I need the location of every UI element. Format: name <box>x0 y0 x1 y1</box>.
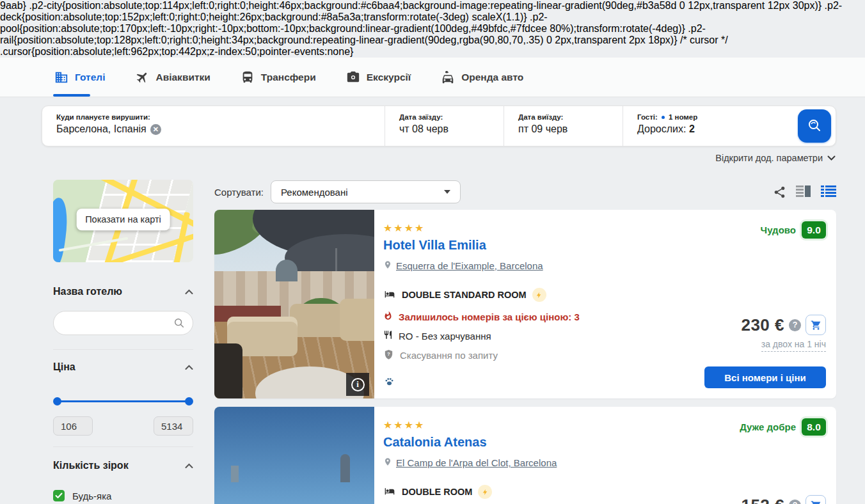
checkout-label: Дата виїзду: <box>518 113 616 121</box>
divider <box>53 446 193 447</box>
star-option-any-label: Будь-яка <box>72 491 111 501</box>
price-min-input[interactable] <box>53 416 93 436</box>
car-icon <box>441 70 455 84</box>
hotel-name-search-input[interactable] <box>53 311 193 335</box>
tab-hotels-label: Готелі <box>75 72 105 83</box>
tab-hotels[interactable]: Готелі <box>54 58 105 97</box>
show-on-map-button[interactable]: Показати на карті <box>76 209 170 230</box>
tab-car-rental-label: Оренда авто <box>461 72 523 83</box>
tab-excursions-label: Екскурсії <box>367 72 411 83</box>
checkbox-checked-icon[interactable] <box>53 490 65 501</box>
tab-flights[interactable]: Авіаквитки <box>135 58 210 97</box>
hotel-location-link[interactable]: El Camp de l'Arpa del Clot, Barcelona <box>396 457 557 468</box>
price-value: 230 € <box>741 315 784 335</box>
slider-knob-min[interactable] <box>53 397 61 406</box>
rating-score-badge: 9.0 <box>802 221 826 239</box>
checkin-field[interactable]: Дата заїзду: чт 08 черв <box>385 106 504 146</box>
photo-skyscraper <box>290 468 296 482</box>
hotel-name-link[interactable]: Catalonia Atenas <box>383 435 669 450</box>
price-help-icon[interactable]: ? <box>789 319 801 331</box>
list-view-icon[interactable] <box>821 185 836 199</box>
dropdown-caret-icon <box>444 190 450 194</box>
photo-skyscraper <box>231 466 239 482</box>
grid-view-icon[interactable] <box>796 185 811 199</box>
search-bar: Куди плануєте вирушити: Барселона, Іспан… <box>42 106 836 146</box>
airplane-icon <box>135 70 149 84</box>
dot-separator <box>662 116 665 119</box>
hotel-photo[interactable]: i <box>214 407 374 504</box>
clear-destination-icon[interactable]: ✕ <box>150 124 161 135</box>
photo-pot <box>214 343 242 398</box>
share-icon[interactable] <box>773 185 786 199</box>
checkin-label: Дата заїзду: <box>399 113 497 121</box>
location-pin-icon <box>383 259 392 272</box>
sort-label: Сортувати: <box>214 187 264 198</box>
hotel-card: i ★★★★ Hotel Villa Emilia Esquerra de l'… <box>214 210 836 398</box>
price-max-input[interactable] <box>154 416 193 436</box>
slider-knob-max[interactable] <box>185 397 193 406</box>
camera-icon <box>346 70 360 84</box>
fire-icon <box>383 310 393 323</box>
photo-sofa <box>340 299 374 341</box>
svg-text:?: ? <box>387 351 390 357</box>
hotel-name-link[interactable]: Hotel Villa Emilia <box>383 238 669 253</box>
bus-icon <box>241 70 255 84</box>
price-note-link[interactable]: за двох на 1 ніч <box>761 339 826 352</box>
search-icon <box>807 118 822 135</box>
price-help-icon[interactable]: ? <box>789 500 801 504</box>
room-type: DOUBLE STANDARD ROOM <box>402 290 527 300</box>
guests-field[interactable]: Гості: 1 номер Дорослих: 2 <box>623 106 793 146</box>
bed-icon <box>383 486 396 498</box>
add-to-cart-button[interactable] <box>805 315 826 335</box>
destination-field[interactable]: Куди плануєте вирушити: Барселона, Іспан… <box>42 106 385 146</box>
chevron-up-icon[interactable] <box>185 286 193 297</box>
hotel-stars: ★★★★ <box>383 223 669 233</box>
hotel-photo[interactable]: i <box>214 210 374 398</box>
search-button[interactable] <box>798 109 831 143</box>
star-option-any[interactable]: Будь-яка <box>53 488 193 503</box>
tab-excursions[interactable]: Екскурсії <box>346 58 411 97</box>
tab-car-rental[interactable]: Оренда авто <box>441 58 523 97</box>
photo-dome <box>276 260 298 281</box>
filters-sidebar: Показати на карті Назва готелю Ціна Кіль… <box>53 180 193 504</box>
pets-allowed-icon <box>383 376 395 389</box>
adults-label: Дорослих: <box>637 123 686 134</box>
photo-info-icon[interactable]: i <box>346 373 369 396</box>
chevron-up-icon[interactable] <box>185 361 193 373</box>
tab-transfers-label: Трансфери <box>261 72 316 83</box>
cancellation-text: Скасування по запиту <box>400 350 498 361</box>
divider <box>53 349 193 350</box>
checkout-field[interactable]: Дата виїзду: пт 09 черв <box>504 106 623 146</box>
hotel-name-filter-title: Назва готелю <box>53 286 122 297</box>
rooms-left-text: Залишилось номерів за цією ціною: 3 <box>399 311 580 322</box>
map-preview[interactable]: Показати на карті <box>53 180 193 262</box>
destination-value: Барселона, Іспанія <box>56 123 147 135</box>
slider-track <box>56 400 191 402</box>
rating-score-badge: 8.0 <box>802 418 826 436</box>
hotel-location-link[interactable]: Esquerra de l'Eixample, Barcelona <box>396 260 543 271</box>
service-tabbar: Готелі Авіаквитки Трансфери Екскурсії Ор… <box>0 58 865 97</box>
photo-tower <box>340 454 350 482</box>
price-range-slider[interactable] <box>53 397 193 406</box>
more-params-link[interactable]: Відкрити дод. параметри <box>715 153 836 163</box>
all-rooms-button[interactable]: Всі номери і ціни <box>704 366 826 388</box>
sort-dropdown[interactable]: Рекомендовані <box>271 180 461 203</box>
hotel-search-page: Готелі Авіаквитки Трансфери Екскурсії Ор… <box>0 58 865 504</box>
rating-label: Чудово <box>761 224 796 235</box>
hotel-building-icon <box>54 70 68 84</box>
photo-sky <box>214 407 374 504</box>
price-value: 152 € <box>741 496 784 504</box>
tab-transfers[interactable]: Трансфери <box>241 58 316 97</box>
tab-flights-label: Авіаквитки <box>155 72 210 83</box>
guests-rooms-value: 1 номер <box>669 113 697 121</box>
chevron-down-icon <box>827 153 836 163</box>
add-to-cart-button[interactable] <box>805 495 826 504</box>
price-filter-title: Ціна <box>53 361 75 373</box>
checkin-value: чт 08 черв <box>399 123 448 135</box>
hotel-card: i ★★★★ Catalonia Atenas El Camp de l'Arp… <box>214 407 836 504</box>
chevron-up-icon[interactable] <box>185 460 193 471</box>
sort-selected-value: Рекомендовані <box>281 187 348 198</box>
results-column: Сортувати: Рекомендовані <box>214 180 836 504</box>
meal-plan-text: RO - Без харчування <box>399 331 491 342</box>
guests-label: Гості: <box>637 113 658 121</box>
